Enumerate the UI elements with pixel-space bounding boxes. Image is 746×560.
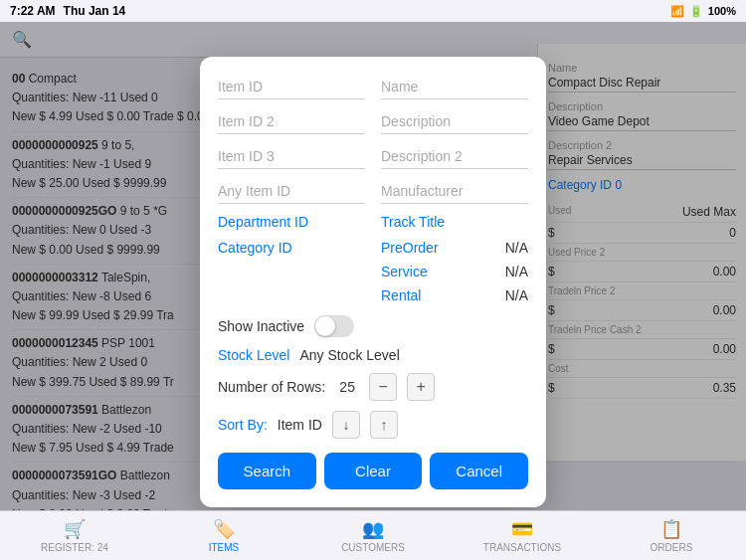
description-field (381, 109, 528, 134)
tab-orders[interactable]: 📋ORDERS (597, 511, 746, 560)
item-id-2-field (218, 109, 365, 134)
item-id-3-input[interactable] (218, 144, 365, 169)
preorder-value: N/A (505, 240, 528, 256)
customers-icon: 👥 (362, 518, 384, 540)
modal-form-grid: Department ID Category ID (218, 75, 528, 311)
name-field (381, 75, 528, 99)
increment-button[interactable]: + (407, 373, 435, 401)
num-rows-row: Number of Rows: 25 − + (218, 373, 528, 401)
wifi-icon: 📶 (670, 5, 684, 18)
register-icon: 🛒 (64, 518, 86, 540)
any-item-id-input[interactable] (218, 179, 365, 204)
description-2-field (381, 144, 528, 169)
manufacturer-field (381, 179, 528, 204)
register-label: REGISTER: 24 (41, 542, 108, 553)
description-2-input[interactable] (381, 144, 528, 169)
preorder-label[interactable]: PreOrder (381, 240, 439, 256)
modal-backdrop: Department ID Category ID (0, 22, 746, 510)
department-id-label[interactable]: Department ID (218, 214, 308, 230)
any-item-id-field (218, 179, 365, 204)
orders-icon: 📋 (660, 518, 682, 540)
tab-bar: 🛒REGISTER: 24🏷️ITEMS👥CUSTOMERS💳TRANSACTI… (0, 510, 746, 560)
items-label: ITEMS (209, 542, 240, 553)
tab-register[interactable]: 🛒REGISTER: 24 (0, 511, 149, 560)
category-id-label[interactable]: Category ID (218, 240, 292, 256)
show-inactive-toggle[interactable] (314, 315, 354, 337)
status-bar: 7:22 AM Thu Jan 14 📶 🔋 100% (0, 0, 746, 22)
action-buttons: Search Clear Cancel (218, 453, 528, 489)
cancel-button[interactable]: Cancel (430, 453, 528, 489)
battery-percent: 100% (708, 5, 736, 17)
search-button[interactable]: Search (218, 453, 316, 489)
service-row: Service N/A (381, 264, 528, 280)
item-id-input[interactable] (218, 75, 365, 99)
stock-level-row: Stock Level Any Stock Level (218, 347, 528, 363)
name-input[interactable] (381, 75, 528, 99)
show-inactive-label: Show Inactive (218, 318, 304, 334)
preorder-row: PreOrder N/A (381, 240, 528, 256)
orders-label: ORDERS (651, 542, 693, 553)
search-modal: Department ID Category ID (200, 57, 546, 507)
num-rows-value: 25 (335, 379, 359, 395)
track-title-field: Track Title (381, 214, 528, 230)
item-id-field (218, 75, 365, 99)
track-title-label[interactable]: Track Title (381, 214, 445, 230)
show-inactive-row: Show Inactive (218, 311, 528, 337)
sort-by-row: Sort By: Item ID ↓ ↑ (218, 411, 528, 439)
rental-row: Rental N/A (381, 287, 528, 303)
manufacturer-input[interactable] (381, 179, 528, 204)
department-id-field: Department ID (218, 214, 365, 230)
decrement-button[interactable]: − (369, 373, 397, 401)
items-icon: 🏷️ (213, 518, 235, 540)
toggle-knob (315, 316, 335, 336)
status-time: 7:22 AM (10, 4, 56, 18)
sort-by-label: Sort By: (218, 417, 268, 433)
item-id-3-field (218, 144, 365, 169)
battery-icon: 🔋 (689, 5, 703, 18)
stock-level-value: Any Stock Level (299, 347, 399, 363)
tab-transactions[interactable]: 💳TRANSACTIONS (448, 511, 597, 560)
service-value: N/A (505, 264, 528, 280)
description-input[interactable] (381, 109, 528, 134)
sort-up-button[interactable]: ↑ (370, 411, 398, 439)
stock-level-label[interactable]: Stock Level (218, 347, 289, 363)
sort-down-button[interactable]: ↓ (332, 411, 360, 439)
rental-label[interactable]: Rental (381, 287, 421, 303)
num-rows-label: Number of Rows: (218, 379, 325, 395)
transactions-icon: 💳 (511, 518, 533, 540)
customers-label: CUSTOMERS (341, 542, 405, 553)
service-label[interactable]: Service (381, 264, 428, 280)
rental-value: N/A (505, 287, 528, 303)
tab-customers[interactable]: 👥CUSTOMERS (298, 511, 448, 560)
tab-items[interactable]: 🏷️ITEMS (149, 511, 298, 560)
status-day: Thu Jan 14 (64, 4, 126, 18)
transactions-label: TRANSACTIONS (483, 542, 561, 553)
item-id-2-input[interactable] (218, 109, 365, 134)
category-id-field: Category ID (218, 240, 365, 256)
clear-button[interactable]: Clear (324, 453, 423, 489)
sort-by-value: Item ID (278, 417, 322, 433)
